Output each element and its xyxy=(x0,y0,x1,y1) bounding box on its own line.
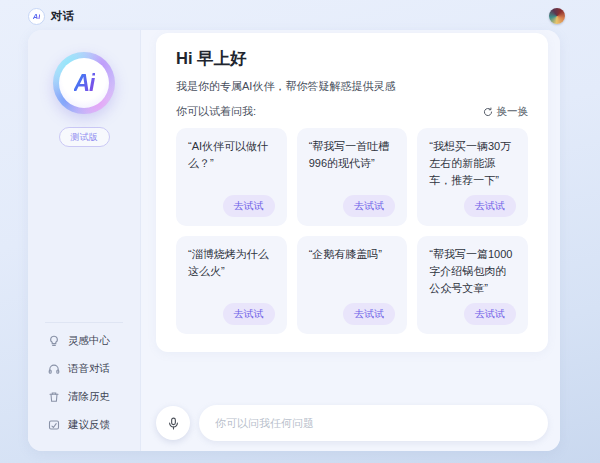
try-it-button[interactable]: 去试试 xyxy=(343,195,395,217)
sidebar-divider xyxy=(45,322,123,323)
sidebar-item-voice-chat[interactable]: 语音对话 xyxy=(28,355,140,383)
top-bar: Ai 对话 xyxy=(0,0,600,30)
suggestion-card: “淄博烧烤为什么这么火” 去试试 xyxy=(176,236,287,334)
sidebar-item-label: 语音对话 xyxy=(68,362,110,376)
suggestion-card: “企鹅有膝盖吗” 去试试 xyxy=(297,236,408,334)
sidebar-item-label: 灵感中心 xyxy=(68,334,110,348)
trash-icon xyxy=(48,391,60,403)
try-it-button[interactable]: 去试试 xyxy=(464,195,516,217)
suggestion-text: “帮我写一首吐槽996的现代诗” xyxy=(309,138,396,172)
ai-logo-text: Ai xyxy=(74,70,95,97)
try-it-button[interactable]: 去试试 xyxy=(464,303,516,325)
hint-row: 你可以试着问我: 换一换 xyxy=(176,104,528,119)
try-it-button[interactable]: 去试试 xyxy=(223,303,275,325)
suggestion-card: “AI伙伴可以做什么？” 去试试 xyxy=(176,128,287,226)
chat-input-bar xyxy=(141,405,560,451)
app-shell: Ai 测试版 灵感中心 语音对话 清除历史 xyxy=(28,30,560,451)
sidebar-item-inspiration[interactable]: 灵感中心 xyxy=(28,327,140,355)
headphones-icon xyxy=(48,363,60,375)
app-logo-text: Ai xyxy=(33,12,41,21)
beta-badge: 测试版 xyxy=(59,127,110,147)
app-title: 对话 xyxy=(51,9,74,24)
ai-assistant-logo: Ai xyxy=(53,52,115,114)
try-it-button[interactable]: 去试试 xyxy=(343,303,395,325)
sidebar: Ai 测试版 灵感中心 语音对话 清除历史 xyxy=(28,30,141,451)
greeting-title: Hi 早上好 xyxy=(176,48,528,70)
user-avatar[interactable] xyxy=(549,8,565,24)
suggestion-text: “AI伙伴可以做什么？” xyxy=(188,138,275,172)
app-logo-icon: Ai xyxy=(28,8,45,25)
refresh-suggestions-button[interactable]: 换一换 xyxy=(483,105,529,119)
question-input[interactable] xyxy=(199,405,548,441)
sidebar-item-label: 建议反馈 xyxy=(68,418,110,432)
voice-input-button[interactable] xyxy=(156,406,190,440)
suggestion-text: “帮我写一篇1000字介绍锅包肉的公众号文章” xyxy=(429,246,516,297)
sidebar-item-clear-history[interactable]: 清除历史 xyxy=(28,383,140,411)
try-it-button[interactable]: 去试试 xyxy=(223,195,275,217)
suggestion-card: “帮我写一首吐槽996的现代诗” 去试试 xyxy=(297,128,408,226)
suggestion-text: “企鹅有膝盖吗” xyxy=(309,246,396,263)
sidebar-item-label: 清除历史 xyxy=(68,390,110,404)
feedback-icon xyxy=(48,419,60,431)
suggestion-hint: 你可以试着问我: xyxy=(176,104,256,119)
microphone-icon xyxy=(167,417,180,430)
main-panel: Hi 早上好 我是你的专属AI伙伴，帮你答疑解惑提供灵感 你可以试着问我: 换一… xyxy=(141,30,560,451)
suggestion-card: “我想买一辆30万左右的新能源车，推荐一下” 去试试 xyxy=(417,128,528,226)
lightbulb-icon xyxy=(48,335,60,347)
refresh-icon xyxy=(483,107,493,117)
greeting-subtitle: 我是你的专属AI伙伴，帮你答疑解惑提供灵感 xyxy=(176,79,528,94)
refresh-label: 换一换 xyxy=(497,105,529,119)
suggestion-text: “淄博烧烤为什么这么火” xyxy=(188,246,275,280)
suggestion-text: “我想买一辆30万左右的新能源车，推荐一下” xyxy=(429,138,516,189)
suggestion-card: “帮我写一篇1000字介绍锅包肉的公众号文章” 去试试 xyxy=(417,236,528,334)
sidebar-menu: 灵感中心 语音对话 清除历史 建议反馈 xyxy=(28,327,140,439)
welcome-card: Hi 早上好 我是你的专属AI伙伴，帮你答疑解惑提供灵感 你可以试着问我: 换一… xyxy=(156,33,548,352)
suggestion-grid: “AI伙伴可以做什么？” 去试试 “帮我写一首吐槽996的现代诗” 去试试 “我… xyxy=(176,128,528,334)
sidebar-item-feedback[interactable]: 建议反馈 xyxy=(28,411,140,439)
